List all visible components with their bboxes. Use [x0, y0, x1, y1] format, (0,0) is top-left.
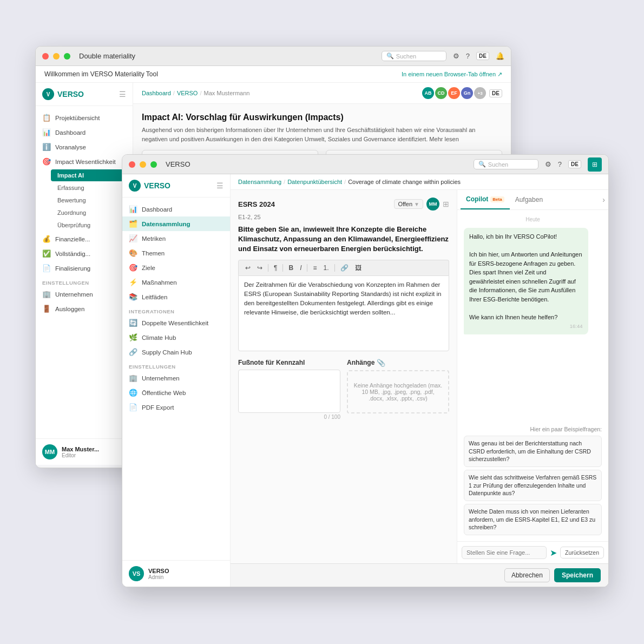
- example-item-1[interactable]: Was genau ist bei der Berichterstattung …: [464, 436, 602, 467]
- examples-section: Hier ein paar Beispielfragen: Was genau …: [457, 423, 608, 541]
- back-sidebar: V VERSO ☰ 📋 Projektübersicht 📊 Dashboard: [36, 83, 133, 465]
- undo-btn[interactable]: ↩: [243, 263, 253, 273]
- back-page-desc: Ausgehend von den bisherigen Information…: [142, 126, 502, 143]
- front-sidebar-nav: 📊 Dashboard 🗂️ Datensammlung 📈 Metriken …: [122, 198, 230, 560]
- front-maximize-dot[interactable]: [150, 161, 157, 168]
- front-sidebar-ziele[interactable]: 🎯 Ziele: [122, 260, 230, 275]
- front-lang-badge[interactable]: DE: [568, 160, 581, 168]
- front-sidebar-pdf[interactable]: 📄 PDF Export: [122, 400, 230, 415]
- sidebar-subitem-erfassung[interactable]: Erfassung: [51, 182, 133, 194]
- sidebar-subitem-uberprufung[interactable]: Überprüfung: [51, 219, 133, 231]
- image-btn[interactable]: 🖼: [353, 263, 364, 273]
- sidebar-subitem-zuordnung[interactable]: Zuordnung: [51, 207, 133, 219]
- tab-aufgaben[interactable]: Aufgaben: [510, 190, 548, 209]
- front-sidebar-unternehmen[interactable]: 🏢 Unternehmen: [122, 371, 230, 385]
- front-sidebar-metriken[interactable]: 📈 Metriken: [122, 231, 230, 246]
- target-icon: 🎯: [42, 157, 51, 166]
- ol-btn[interactable]: 1.: [321, 263, 331, 273]
- sidebar-item-impact-wesentlichkeit[interactable]: 🎯 Impact Wesentlichkeit ∧: [36, 154, 133, 169]
- back-lang-badge[interactable]: DE: [489, 89, 502, 97]
- verso-logo-icon: V: [42, 88, 54, 100]
- back-titlebar: Double materiality 🔍 Suchen ⚙ ? DE 🔔: [36, 47, 511, 66]
- front-sidebar-datensammlung[interactable]: 🗂️ Datensammlung: [122, 216, 230, 231]
- bottom-fields: Fußnote für Kennzahl 0 / 100 Anhänge 📎: [238, 359, 449, 420]
- editor-content[interactable]: Der Zeitrahmen für die Verabschiedung vo…: [238, 275, 449, 351]
- front-sidebar-public-web[interactable]: 🌐 Öffentliche Web: [122, 385, 230, 400]
- front-titlebar-right: 🔍 Suchen ⚙ ? DE ⊞: [474, 157, 602, 172]
- list-btn[interactable]: ≡: [311, 263, 319, 273]
- front-sidebar: V VERSO ☰ 📊 Dashboard 🗂️ Datensammlung: [122, 174, 231, 587]
- front-sidebar-dashboard[interactable]: 📊 Dashboard: [122, 202, 230, 216]
- cancel-button[interactable]: Abbrechen: [504, 568, 550, 582]
- char-count: 0 / 100: [238, 414, 340, 420]
- front-minimize-dot[interactable]: [140, 161, 146, 168]
- sidebar-item-vollstandig[interactable]: ✅ Vollständig...: [36, 246, 133, 261]
- msg-time: 16:44: [469, 323, 583, 330]
- open-tab-btn[interactable]: In einem neuen Browser-Tab öffnen ↗: [402, 71, 502, 78]
- italic-btn[interactable]: I: [298, 263, 304, 273]
- sidebar-item-unternehmen[interactable]: 🏢 Unternehmen: [36, 287, 133, 301]
- sidebar-subitem-impact-ai[interactable]: Impact AI: [51, 169, 133, 181]
- chat-input[interactable]: [462, 546, 547, 559]
- sidebar-subitem-bewertung[interactable]: Bewertung: [51, 194, 133, 206]
- redo-btn[interactable]: ↪: [255, 263, 265, 273]
- back-user-avatar: MM: [42, 444, 57, 459]
- sidebar-item-finanzielle[interactable]: 💰 Finanzielle...: [36, 232, 133, 246]
- filter-icon[interactable]: ⚙: [453, 52, 459, 60]
- front-sidebar-themen[interactable]: 🎨 Themen: [122, 246, 230, 260]
- status-select[interactable]: Offen ▼: [394, 199, 423, 209]
- front-sidebar-massnahmen[interactable]: ⚡ Maßnahmen: [122, 275, 230, 290]
- tab-copilot[interactable]: Copilot Beta: [461, 190, 510, 209]
- front-themes-icon: 🎨: [129, 249, 137, 257]
- example-item-2[interactable]: Wie sieht das schrittweise Verfahren gem…: [464, 470, 602, 501]
- front-sidebar-doppelte[interactable]: 🔄 Doppelte Wesentlichkeit: [122, 316, 230, 330]
- sidebar-item-finalisierung[interactable]: 📄 Finalisierung: [36, 261, 133, 275]
- bold-btn[interactable]: B: [286, 263, 295, 273]
- list-icon: 📋: [42, 114, 51, 122]
- back-sidebar-nav: 📋 Projektübersicht 📊 Dashboard ℹ️ Vorana…: [36, 106, 133, 438]
- save-button[interactable]: Speichern: [554, 568, 601, 582]
- back-sidebar-user: MM Max Muster... Editor: [36, 438, 133, 465]
- minimize-dot[interactable]: [53, 53, 60, 60]
- chat-submit-btn[interactable]: ➤: [550, 548, 557, 558]
- bell-icon[interactable]: 🔔: [496, 52, 504, 60]
- dashboard-icon: 📊: [42, 128, 51, 136]
- footnote-label: Fußnote für Kennzahl: [238, 359, 340, 366]
- sidebar-item-ausloggen[interactable]: 🚪 Ausloggen: [36, 301, 133, 316]
- language-badge[interactable]: DE: [476, 52, 489, 60]
- front-grid-icon[interactable]: ⊞: [588, 157, 602, 172]
- paragraph-btn[interactable]: ¶: [272, 263, 279, 273]
- entry-expand-icon[interactable]: ⊞: [443, 200, 449, 208]
- front-filter-icon[interactable]: ⚙: [545, 160, 551, 168]
- back-logo-area: V VERSO ☰: [36, 83, 133, 106]
- reset-btn[interactable]: Zurücksetzen: [560, 547, 604, 558]
- attachments-drop-zone[interactable]: Keine Anhänge hochgeladen (max. 10 MB, .…: [347, 370, 449, 413]
- front-close-dot[interactable]: [129, 161, 135, 168]
- front-sidebar-supply-chain[interactable]: 🔗 Supply Chain Hub: [122, 345, 230, 359]
- back-avatar-group: AB CD EF Gn +3 DE: [422, 87, 502, 99]
- copilot-expand-icon[interactable]: ›: [602, 195, 605, 204]
- sidebar-item-projektubersicht[interactable]: 📋 Projektübersicht: [36, 110, 133, 125]
- sidebar-toggle[interactable]: ☰: [119, 90, 126, 98]
- footnote-field: Fußnote für Kennzahl 0 / 100: [238, 359, 340, 420]
- front-search-bar[interactable]: 🔍 Suchen: [474, 159, 538, 169]
- front-sidebar-leitfaden[interactable]: 📚 Leitfäden: [122, 290, 230, 304]
- front-pdf-icon: 📄: [129, 403, 137, 411]
- building-icon: 🏢: [42, 290, 51, 298]
- sidebar-item-dashboard[interactable]: 📊 Dashboard: [36, 125, 133, 140]
- maximize-dot[interactable]: [64, 53, 70, 60]
- copilot-panel: Copilot Beta Aufgaben › Heute Hallo, i: [457, 190, 608, 563]
- close-dot[interactable]: [42, 53, 49, 60]
- front-leaf-icon: 🌿: [129, 333, 137, 341]
- example-item-3[interactable]: Welche Daten muss ich von meinen Liefera…: [464, 504, 602, 535]
- help-icon[interactable]: ?: [466, 52, 470, 60]
- link-btn[interactable]: 🔗: [338, 263, 351, 273]
- footnote-textarea[interactable]: [238, 370, 340, 413]
- front-help-icon[interactable]: ?: [558, 160, 562, 168]
- front-sidebar-toggle[interactable]: ☰: [216, 181, 224, 190]
- sidebar-item-voranalyse[interactable]: ℹ️ Voranalyse: [36, 140, 133, 154]
- front-sidebar-climate-hub[interactable]: 🌿 Climate Hub: [122, 330, 230, 345]
- titlebar-right: 🔍 Suchen ⚙ ? DE 🔔: [382, 51, 504, 61]
- back-search-bar[interactable]: 🔍 Suchen: [382, 51, 446, 61]
- front-chain-icon: 🔗: [129, 348, 137, 356]
